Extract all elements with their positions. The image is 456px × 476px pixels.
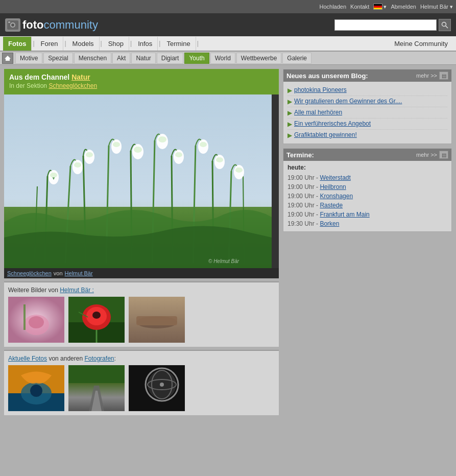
svg-point-29	[113, 142, 120, 147]
blog-link-2[interactable]: Wir gratulieren dem Gewinner des Gr....	[294, 98, 402, 105]
aktuelle-photo-1[interactable]	[8, 365, 64, 411]
search-input[interactable]	[334, 19, 437, 31]
search-button[interactable]	[439, 19, 451, 31]
logo-foto: foto	[22, 18, 44, 31]
svg-point-25	[74, 162, 81, 168]
svg-rect-56	[136, 316, 177, 325]
svg-point-27	[86, 152, 93, 157]
termine-place-1[interactable]: Weiterstadt	[320, 174, 350, 181]
blog-link-1[interactable]: photokina Pioneers	[294, 86, 347, 93]
right-column: Neues aus unserem Blog: mehr >> ▤ ▶ phot…	[279, 69, 452, 415]
aktuelle-photos-row	[8, 365, 275, 411]
upload-link[interactable]: Hochladen	[319, 4, 346, 10]
subnav-galerie[interactable]: Galerie	[282, 53, 311, 64]
svg-point-45	[29, 316, 44, 328]
photo-title-link[interactable]: Schneeglöckchen	[7, 270, 52, 276]
svg-point-39	[216, 157, 223, 162]
svg-point-41	[235, 168, 243, 173]
termine-place-3[interactable]: Kronshagen	[320, 193, 353, 200]
header: fotocommunity	[0, 13, 456, 36]
subnav-digiart[interactable]: Digiart	[157, 53, 184, 64]
subnav-spezial[interactable]: Spezial	[43, 53, 73, 64]
channel-title-prefix: Aus dem Channel	[9, 73, 71, 81]
nav-meine-community[interactable]: Meine Community	[389, 37, 453, 51]
contact-link[interactable]: Kontakt	[350, 4, 369, 10]
termine-item-1: 19:00 Uhr - Weiterstadt	[287, 173, 447, 182]
nav-termine[interactable]: Termine	[161, 37, 196, 51]
termine-icon: ▤	[439, 151, 448, 159]
blog-more-link[interactable]: mehr >>	[416, 73, 437, 79]
channel-section-link[interactable]: Schneeglöckchen	[49, 82, 97, 89]
subnav-youth[interactable]: Youth	[184, 53, 209, 64]
logout-link[interactable]: Abmelden	[391, 4, 416, 10]
logo-text: fotocommunity	[22, 18, 98, 32]
subnav-natur[interactable]: Natur	[131, 53, 155, 64]
svg-point-2	[11, 23, 14, 27]
svg-point-31	[134, 147, 142, 153]
flag-dropdown[interactable]: ▾	[373, 4, 387, 10]
termine-title: Termine:	[286, 151, 314, 159]
username-display[interactable]: Helmut Bär ▾	[420, 4, 453, 10]
termine-time-6: 19:30 Uhr -	[287, 220, 320, 227]
termine-time-4: 19:00 Uhr -	[287, 202, 320, 209]
channel-subtitle: In der Sektion Schneeglöckchen	[9, 82, 274, 89]
subnav-motive[interactable]: Motive	[15, 53, 42, 64]
thumb-photo-1[interactable]	[8, 297, 64, 343]
svg-point-33	[158, 136, 166, 142]
svg-point-35	[175, 152, 182, 157]
termine-time-2: 19:00 Uhr -	[287, 183, 320, 191]
termine-more-link[interactable]: mehr >>	[416, 152, 437, 158]
svg-point-60	[30, 385, 42, 397]
aktuelle-middle: von anderen	[47, 355, 84, 362]
termine-item-3: 19:00 Uhr - Kronshagen	[287, 192, 447, 201]
logo-community: community	[44, 18, 98, 31]
aktuelle-fotos-link[interactable]: Aktuelle Fotos	[8, 355, 47, 362]
svg-rect-46	[23, 304, 26, 330]
subnav-wettbewerbe[interactable]: Wettbewerbe	[236, 53, 281, 64]
svg-point-37	[200, 142, 207, 147]
main-photo[interactable]: ▼	[4, 94, 272, 268]
channel-natur-link[interactable]: Natur	[71, 73, 90, 81]
sub-navigation: Motive Spezial Menschen Akt Natur Digiar…	[0, 52, 456, 65]
logo-icon	[5, 18, 20, 32]
aktuelle-photo-3[interactable]	[129, 365, 185, 411]
logo[interactable]: fotocommunity	[5, 18, 98, 32]
subnav-home-button[interactable]	[2, 53, 13, 64]
channel-header: Aus dem Channel Natur In der Sektion Sch…	[4, 69, 279, 94]
flag-chevron: ▾	[383, 4, 387, 10]
blog-item-1: ▶ photokina Pioneers	[287, 85, 447, 96]
more-photos-prefix: Weitere Bilder von	[8, 287, 60, 294]
subnav-world[interactable]: World	[210, 53, 235, 64]
blog-link-3[interactable]: Alle mal herhören	[294, 109, 342, 116]
caption-author-link[interactable]: Helmut Bär	[65, 270, 93, 276]
thumb-photo-3[interactable]	[129, 297, 185, 343]
more-photos-author-link[interactable]: Helmut Bär :	[60, 287, 94, 294]
blog-link-4[interactable]: Ein verführerisches Angebot	[294, 120, 371, 127]
svg-text:▼: ▼	[52, 176, 56, 181]
subnav-akt[interactable]: Akt	[112, 53, 130, 64]
svg-text:© Helmut Bär: © Helmut Bär	[208, 258, 239, 264]
termine-place-2[interactable]: Heilbronn	[320, 183, 346, 191]
channel-subtitle-prefix: In der Sektion	[9, 82, 49, 89]
nav-fotos[interactable]: Fotos	[3, 37, 32, 51]
nav-models[interactable]: Models	[67, 37, 100, 51]
more-photos-row	[8, 297, 275, 343]
flag-icon	[373, 4, 382, 10]
thumb-photo-2[interactable]	[68, 297, 125, 343]
termine-today-label: heute:	[287, 164, 447, 171]
termine-place-6[interactable]: Borken	[320, 220, 339, 227]
aktuelle-photo-2[interactable]	[68, 365, 125, 411]
termine-place-4[interactable]: Rastede	[320, 202, 343, 209]
svg-line-5	[446, 26, 448, 28]
fotografen-link[interactable]: Fotografen	[84, 355, 114, 362]
termine-place-5[interactable]: Frankfurt am Main	[320, 211, 369, 218]
nav-shop[interactable]: Shop	[103, 37, 129, 51]
termine-item-6: 19:30 Uhr - Borken	[287, 219, 447, 228]
svg-rect-62	[68, 365, 125, 383]
termine-body: heute: 19:00 Uhr - Weiterstadt 19:00 Uhr…	[283, 161, 451, 231]
subnav-menschen[interactable]: Menschen	[74, 53, 111, 64]
blog-link-5[interactable]: Grafiktablett gewinnen!	[294, 131, 357, 138]
blog-arrow-4: ▶	[287, 121, 292, 128]
nav-infos[interactable]: Infos	[133, 37, 158, 51]
nav-foren[interactable]: Foren	[36, 37, 64, 51]
